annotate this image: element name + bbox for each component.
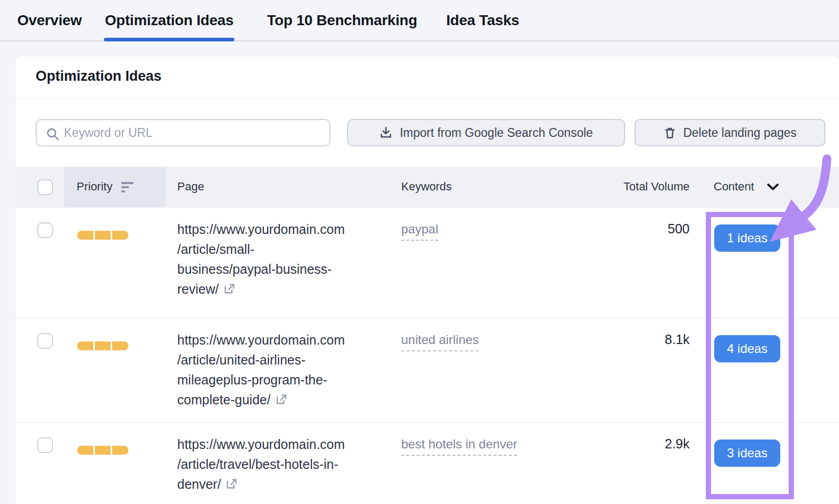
tab-top-10-benchmarking-label: Top 10 Benchmarking [267,12,417,29]
keyword-link[interactable]: best hotels in denver [401,437,517,456]
table-row: https://www.yourdomain.com /article/trav… [16,422,839,504]
keyword-link[interactable]: united airlines [401,333,479,351]
tab-optimization-ideas-label: Optimization Ideas [105,12,233,29]
tab-overview[interactable]: Overview [17,0,82,40]
table-row: https://www.yourdomain.com /article/unit… [16,318,839,422]
page-url-line: /article/united-airlines- [177,350,387,370]
page-url-line: mileageplus-program-the- [177,370,387,390]
total-volume-column-header: Total Volume [623,180,690,194]
select-all-checkbox[interactable] [37,179,53,195]
external-link-icon[interactable] [225,476,238,496]
search-icon [46,127,60,142]
download-icon [379,126,393,140]
content-column-header[interactable]: Content [714,180,754,194]
table-row: https://www.yourdomain.com /article/smal… [16,208,839,318]
page-url-line: business/paypal-business- [177,259,387,279]
tab-overview-label: Overview [17,12,82,29]
page-url-line: complete-guide/ [177,390,387,411]
page-url-line: denver/ [177,474,387,496]
row-checkbox[interactable] [37,222,53,238]
page-url: https://www.yourdomain.com /article/trav… [177,434,387,496]
optimization-ideas-panel: Optimization Ideas Import from Google Se… [16,57,839,504]
page-url-line: https://www.yourdomain.com [177,330,387,350]
tab-top-10-benchmarking[interactable]: Top 10 Benchmarking [267,0,417,40]
table-header: Priority Page Keywords Total Volume Cont… [16,167,839,208]
tab-idea-tasks[interactable]: Idea Tasks [446,0,519,40]
search-box [36,119,330,146]
search-input[interactable] [64,120,326,145]
priority-column-header: Priority [77,180,112,194]
import-gsc-button[interactable]: Import from Google Search Console [347,119,625,146]
priority-indicator [77,446,128,455]
tab-bar: Overview Optimization Ideas Top 10 Bench… [0,0,839,41]
page-url-line-text: review/ [177,282,219,296]
priority-indicator [77,231,128,240]
panel-divider [16,98,839,98]
ideas-button[interactable]: 4 ideas [714,335,780,362]
row-checkbox[interactable] [37,333,53,349]
external-link-icon[interactable] [223,281,236,301]
page-title: Optimization Ideas [36,68,162,84]
page-column-header: Page [177,180,204,194]
ideas-button[interactable]: 3 ideas [714,439,780,467]
active-tab-underline [104,38,234,41]
total-volume-value: 500 [668,221,690,237]
page-url-line: review/ [177,279,387,301]
ideas-button[interactable]: 1 ideas [714,224,780,252]
keywords-column-header: Keywords [401,180,452,194]
chevron-down-icon[interactable] [767,183,779,191]
page-url-line: https://www.yourdomain.com [177,219,387,239]
row-checkbox[interactable] [37,437,53,453]
page-url: https://www.yourdomain.com /article/smal… [177,219,387,301]
total-volume-value: 2.9k [665,436,690,452]
import-gsc-label: Import from Google Search Console [400,126,593,140]
page-url: https://www.yourdomain.com /article/unit… [177,330,387,411]
page-url-line: https://www.yourdomain.com [177,434,387,454]
page-url-line-text: denver/ [177,477,221,491]
tab-idea-tasks-label: Idea Tasks [446,12,519,29]
delete-landing-pages-button[interactable]: Delete landing pages [634,119,825,146]
page-url-line: /article/small- [177,239,387,259]
external-link-icon[interactable] [275,391,288,411]
page-url-line: /article/travel/best-hotels-in- [177,454,387,474]
sort-descending-icon[interactable] [121,182,134,195]
page-url-line-text: complete-guide/ [177,392,271,407]
trash-icon [663,126,676,140]
tab-optimization-ideas[interactable]: Optimization Ideas [105,0,233,40]
keyword-link[interactable]: paypal [401,222,438,241]
delete-landing-pages-label: Delete landing pages [683,126,797,140]
priority-indicator [77,341,128,350]
total-volume-value: 8.1k [665,332,690,347]
